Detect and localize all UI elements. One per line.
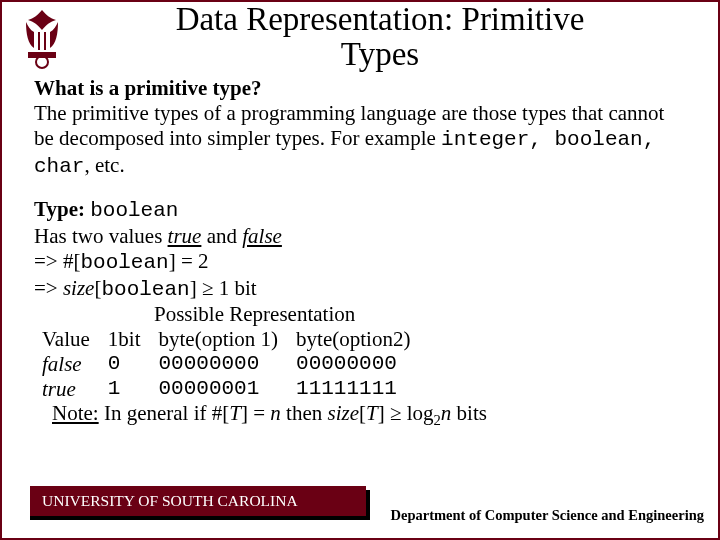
cell-1bit: 0 xyxy=(108,352,159,377)
footer: UNIVERSITY OF SOUTH CAROLINA Department … xyxy=(30,494,704,526)
has-a: Has two values xyxy=(34,224,168,248)
footer-left: UNIVERSITY OF SOUTH CAROLINA xyxy=(30,486,366,516)
eq1-a: => #[ xyxy=(34,249,80,273)
note-e: n xyxy=(270,401,281,425)
note-j: ] ≥ log xyxy=(378,401,434,425)
note-m: bits xyxy=(451,401,487,425)
title-line-2: Types xyxy=(341,36,419,72)
note-l: n xyxy=(441,401,452,425)
type-label: Type: xyxy=(34,197,90,221)
note-c: T xyxy=(229,401,241,425)
footer-right: Department of Computer Science and Engin… xyxy=(391,507,704,524)
representation-table: Value 1bit byte(option 1) byte(option2) … xyxy=(42,327,428,401)
university-logo xyxy=(14,8,70,74)
col-value: Value xyxy=(42,327,108,352)
note-a: Note: xyxy=(52,401,99,425)
note-d: ] = xyxy=(241,401,270,425)
cell-byte2: 11111111 xyxy=(296,377,428,402)
eq2-size: size xyxy=(63,276,95,300)
has-and: and xyxy=(201,224,242,248)
table-row: Value 1bit byte(option 1) byte(option2) xyxy=(42,327,428,352)
note-b: In general if #[ xyxy=(99,401,230,425)
note-f: then xyxy=(281,401,328,425)
intro-b: , etc. xyxy=(84,153,124,177)
question-heading: What is a primitive type? xyxy=(34,76,688,101)
col-byte1: byte(option 1) xyxy=(159,327,297,352)
cell-byte1: 00000001 xyxy=(159,377,297,402)
eq2-a: => xyxy=(34,276,63,300)
cell-1bit: 1 xyxy=(108,377,159,402)
slide-title: Data Representation: Primitive Types xyxy=(62,2,698,71)
eq1: => #[boolean] = 2 xyxy=(34,249,688,276)
slide: Data Representation: Primitive Types Wha… xyxy=(0,0,720,540)
eq1-code: boolean xyxy=(80,251,168,274)
intro-text: The primitive types of a programming lan… xyxy=(34,101,688,179)
cell-byte2: 00000000 xyxy=(296,352,428,377)
note-i: T xyxy=(366,401,378,425)
has-true: true xyxy=(168,224,202,248)
eq2: => size[boolean] ≥ 1 bit xyxy=(34,276,688,303)
table-row: true 1 00000001 11111111 xyxy=(42,377,428,402)
type-name: boolean xyxy=(90,199,178,222)
cell-value: false xyxy=(42,352,108,377)
has-values: Has two values true and false xyxy=(34,224,688,249)
eq2-c: ] ≥ 1 bit xyxy=(190,276,257,300)
slide-body: What is a primitive type? The primitive … xyxy=(2,71,718,430)
type-section: Type: boolean xyxy=(34,197,688,224)
cell-value: true xyxy=(42,377,108,402)
table-row: false 0 00000000 00000000 xyxy=(42,352,428,377)
col-byte2: byte(option2) xyxy=(296,327,428,352)
eq2-code: boolean xyxy=(101,278,189,301)
note-line: Note: In general if #[T] = n then size[T… xyxy=(52,401,688,430)
title-line-1: Data Representation: Primitive xyxy=(176,1,585,37)
note-h: [ xyxy=(359,401,366,425)
note-g: size xyxy=(327,401,359,425)
possible-rep-heading: Possible Representation xyxy=(34,302,688,327)
cell-byte1: 00000000 xyxy=(159,352,297,377)
eq1-b: ] = 2 xyxy=(169,249,209,273)
col-1bit: 1bit xyxy=(108,327,159,352)
note-k: 2 xyxy=(434,413,441,429)
has-false: false xyxy=(242,224,282,248)
